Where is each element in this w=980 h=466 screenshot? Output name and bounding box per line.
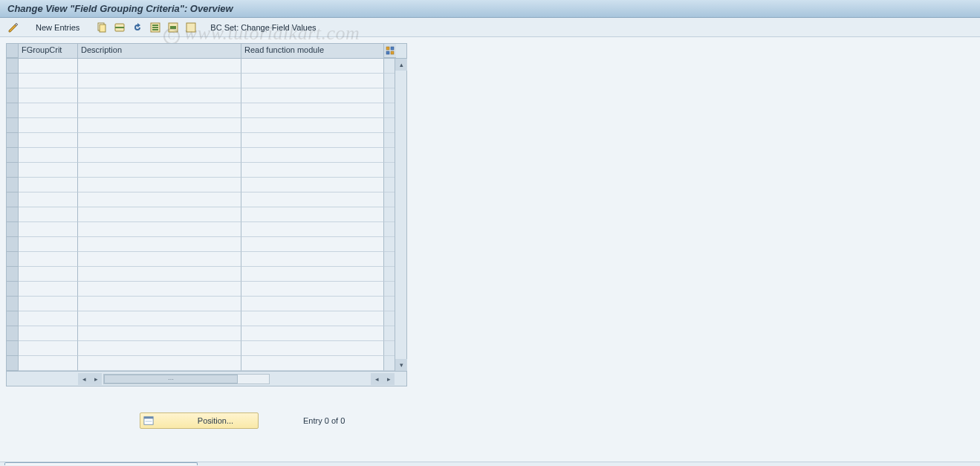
grid-vertical-scrollbar[interactable]: ▴ ▾ — [395, 59, 406, 371]
row-selector[interactable] — [7, 341, 19, 356]
undo-change-icon[interactable] — [130, 21, 145, 34]
grid-cell[interactable] — [78, 356, 241, 371]
grid-cell[interactable] — [19, 297, 78, 311]
bc-set-label[interactable]: BC Set: Change Field Values — [209, 23, 317, 32]
grid-configure-icon[interactable] — [384, 44, 396, 58]
grid-cell[interactable] — [78, 103, 241, 118]
grid-cell[interactable] — [78, 326, 241, 341]
grid-cell[interactable] — [78, 222, 241, 237]
grid-cell[interactable] — [19, 237, 78, 252]
grid-cell[interactable] — [19, 356, 78, 371]
grid-cell[interactable] — [241, 297, 384, 311]
row-selector[interactable] — [7, 103, 19, 118]
grid-select-all[interactable] — [7, 44, 19, 58]
row-selector[interactable] — [7, 118, 19, 133]
grid-cell[interactable] — [241, 133, 384, 148]
grid-cell[interactable] — [78, 163, 241, 178]
grid-cell[interactable] — [19, 311, 78, 326]
grid-cell[interactable] — [241, 103, 384, 118]
scroll-right-step-icon[interactable]: ▸ — [90, 373, 102, 385]
select-block-icon[interactable] — [166, 21, 181, 34]
grid-cell[interactable] — [19, 282, 78, 297]
hscroll-thumb[interactable]: ⋯ — [104, 375, 238, 384]
grid-cell[interactable] — [78, 207, 241, 222]
grid-cell[interactable] — [241, 267, 384, 282]
grid-cell[interactable] — [241, 74, 384, 88]
grid-cell[interactable] — [19, 207, 78, 222]
row-selector[interactable] — [7, 326, 19, 341]
grid-cell[interactable] — [19, 88, 78, 103]
grid-cell[interactable] — [241, 118, 384, 133]
row-selector[interactable] — [7, 297, 19, 311]
row-selector[interactable] — [7, 88, 19, 103]
grid-cell[interactable] — [19, 163, 78, 178]
grid-cell[interactable] — [241, 356, 384, 371]
copy-as-icon[interactable] — [94, 21, 109, 34]
row-selector[interactable] — [7, 192, 19, 207]
grid-cell[interactable] — [19, 267, 78, 282]
grid-cell[interactable] — [241, 326, 384, 341]
row-selector[interactable] — [7, 282, 19, 297]
grid-cell[interactable] — [241, 252, 384, 267]
grid-cell[interactable] — [78, 237, 241, 252]
hscroll-track[interactable]: ⋯ — [103, 374, 270, 384]
grid-cell[interactable] — [19, 118, 78, 133]
grid-cell[interactable] — [241, 88, 384, 103]
scroll-right-icon[interactable]: ▸ — [383, 373, 395, 385]
grid-cell[interactable] — [78, 88, 241, 103]
grid-cell[interactable] — [78, 148, 241, 163]
row-selector[interactable] — [7, 252, 19, 267]
row-selector[interactable] — [7, 148, 19, 163]
grid-cell[interactable] — [19, 178, 78, 192]
grid-cell[interactable] — [78, 252, 241, 267]
statusbar-tab[interactable] — [4, 462, 198, 465]
grid-horizontal-scrollbar[interactable]: ◂ ▸ ⋯ ◂ ▸ — [7, 371, 406, 386]
row-selector[interactable] — [7, 133, 19, 148]
scroll-down-icon[interactable]: ▾ — [395, 359, 407, 371]
new-entries-button[interactable]: New Entries — [31, 21, 84, 34]
grid-cell[interactable] — [241, 59, 384, 74]
grid-cell[interactable] — [78, 133, 241, 148]
grid-cell[interactable] — [19, 252, 78, 267]
grid-cell[interactable] — [241, 192, 384, 207]
deselect-all-icon[interactable] — [184, 21, 198, 34]
grid-cell[interactable] — [78, 74, 241, 88]
grid-cell[interactable] — [19, 148, 78, 163]
grid-cell[interactable] — [19, 326, 78, 341]
grid-cell[interactable] — [19, 222, 78, 237]
row-selector[interactable] — [7, 311, 19, 326]
grid-cell[interactable] — [78, 267, 241, 282]
grid-cell[interactable] — [78, 118, 241, 133]
grid-cell[interactable] — [241, 222, 384, 237]
grid-cell[interactable] — [19, 74, 78, 88]
grid-cell[interactable] — [241, 148, 384, 163]
row-selector[interactable] — [7, 237, 19, 252]
scroll-up-icon[interactable]: ▴ — [395, 59, 407, 71]
change-display-toggle-icon[interactable] — [6, 21, 21, 34]
grid-cell[interactable] — [241, 282, 384, 297]
row-selector[interactable] — [7, 74, 19, 88]
select-all-icon[interactable] — [148, 21, 163, 34]
grid-cell[interactable] — [78, 192, 241, 207]
grid-cell[interactable] — [241, 207, 384, 222]
grid-cell[interactable] — [241, 341, 384, 356]
row-selector[interactable] — [7, 178, 19, 192]
grid-cell[interactable] — [241, 163, 384, 178]
grid-cell[interactable] — [19, 341, 78, 356]
col-header-read-module[interactable]: Read function module — [241, 44, 384, 58]
row-selector[interactable] — [7, 356, 19, 371]
grid-cell[interactable] — [78, 341, 241, 356]
grid-cell[interactable] — [78, 282, 241, 297]
grid-cell[interactable] — [19, 133, 78, 148]
grid-cell[interactable] — [241, 237, 384, 252]
grid-cell[interactable] — [78, 297, 241, 311]
position-button[interactable]: Position... — [140, 412, 259, 429]
grid-cell[interactable] — [19, 59, 78, 74]
grid-cell[interactable] — [78, 178, 241, 192]
grid-cell[interactable] — [78, 311, 241, 326]
row-selector[interactable] — [7, 59, 19, 74]
col-header-description[interactable]: Description — [78, 44, 241, 58]
grid-cell[interactable] — [78, 59, 241, 74]
row-selector[interactable] — [7, 207, 19, 222]
grid-cell[interactable] — [241, 311, 384, 326]
